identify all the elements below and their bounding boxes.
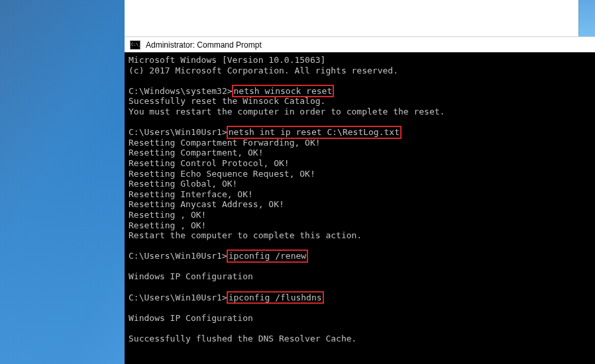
console-line: Resetting Interface, OK! — [129, 189, 253, 199]
console-prompt: C:\Users\Win10Usr1> — [129, 127, 227, 137]
console-line: Resetting Echo Sequence Request, OK! — [129, 169, 315, 179]
console-line: Resetting Control Protocol, OK! — [129, 158, 290, 168]
console-line: Resetting Global, OK! — [129, 179, 237, 189]
console-line: Resetting , OK! — [129, 210, 206, 220]
console-prompt: C:\Windows\system32> — [129, 86, 233, 96]
console-prompt: C:\Users\Win10Usr1> — [129, 293, 227, 302]
console-line: Windows IP Configuration — [129, 313, 253, 323]
console-line: Resetting , OK! — [129, 220, 206, 230]
console-prompt: C:\Users\Win10Usr1> — [129, 251, 227, 261]
console-line: Resetting Anycast Address, OK! — [129, 199, 284, 209]
console-line: Windows IP Configuration — [129, 271, 253, 281]
console-line: Resetting Compartment, OK! — [129, 148, 264, 158]
console-output[interactable]: Microsoft Windows [Version 10.0.15063] (… — [125, 52, 595, 364]
console-line: You must restart the computer in order t… — [129, 107, 445, 116]
console-line: Successfully flushed the DNS Resolver Ca… — [129, 334, 356, 343]
highlighted-command-3: ipconfig /renew — [227, 250, 308, 263]
highlighted-command-4: ipconfig /flushdns — [227, 291, 324, 304]
console-line: Sucessfully reset the Winsock Catalog. — [129, 96, 325, 106]
console-line: (c) 2017 Microsoft Corporation. All righ… — [129, 66, 398, 75]
desktop-light-shaft — [0, 0, 146, 364]
console-line: Microsoft Windows [Version 10.0.15063] — [129, 55, 325, 65]
window-title: Administrator: Command Prompt — [146, 40, 262, 50]
browser-white-bar — [125, 0, 595, 36]
window-titlebar[interactable]: Administrator: Command Prompt — [125, 36, 595, 52]
cmd-icon — [130, 40, 140, 50]
console-line: Resetting Compartment Forwarding, OK! — [129, 138, 321, 148]
console-line: Restart the computer to complete this ac… — [129, 230, 362, 240]
